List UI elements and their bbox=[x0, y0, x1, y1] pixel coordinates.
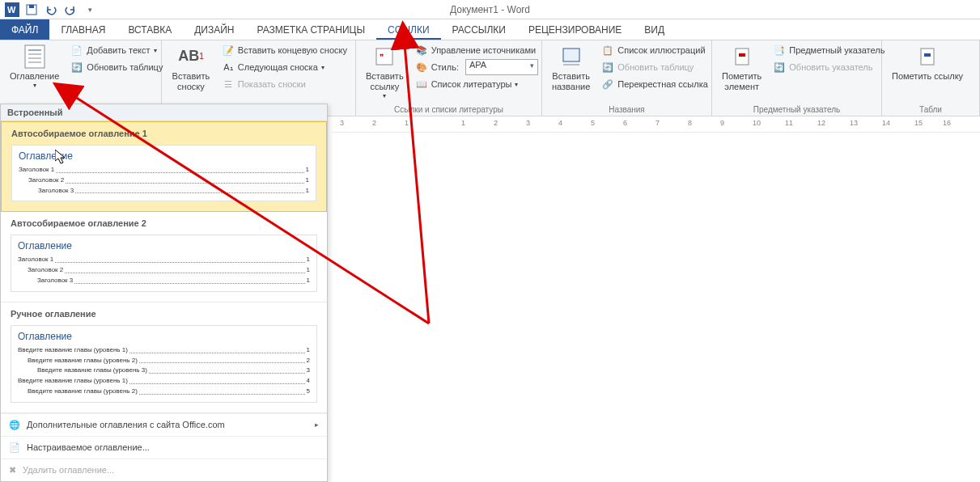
toc-icon bbox=[22, 44, 48, 70]
remove-label: Удалить оглавление... bbox=[23, 465, 114, 475]
word-app-icon[interactable]: W bbox=[3, 1, 21, 19]
undo-icon[interactable] bbox=[42, 1, 60, 19]
tab-view[interactable]: ВИД bbox=[633, 19, 676, 40]
tof-label: Список иллюстраций bbox=[617, 45, 705, 55]
gallery-footer: 🌐Дополнительные оглавления с сайта Offic… bbox=[1, 413, 327, 481]
caption-icon bbox=[558, 44, 584, 70]
tab-file[interactable]: ФАЙЛ bbox=[0, 19, 49, 40]
index-icon: 📑 bbox=[773, 44, 786, 57]
chevron-down-icon: ▾ bbox=[33, 82, 36, 90]
toc-manual-item[interactable]: Ручное оглавление Оглавление Введите наз… bbox=[1, 302, 327, 413]
footnote-icon: AB1 bbox=[178, 44, 204, 70]
svg-text:W: W bbox=[7, 5, 16, 15]
horizontal-ruler[interactable]: 3 2 1 1 2 3 4 5 6 7 8 9 10 11 12 13 14 1… bbox=[332, 116, 980, 133]
endnote-icon: 📝 bbox=[222, 44, 235, 57]
toc-button[interactable]: Оглавление ▾ bbox=[5, 42, 64, 91]
citation-icon: ❞ bbox=[371, 44, 397, 70]
toc-auto2-title: Автособираемое оглавление 2 bbox=[11, 218, 317, 228]
tab-insert[interactable]: ВСТАВКА bbox=[117, 19, 183, 40]
insert-endnote-button[interactable]: 📝Вставить концевую сноску bbox=[218, 42, 350, 58]
tab-layout[interactable]: РАЗМЕТКА СТРАНИЦЫ bbox=[246, 19, 377, 40]
insert-footnote-button[interactable]: AB1 Вставить сноску bbox=[167, 42, 215, 94]
mark-citation-button[interactable]: Пометить ссылку bbox=[887, 42, 968, 83]
next-footnote-button[interactable]: A₁Следующая сноска▾ bbox=[218, 59, 350, 75]
style-label: 🎨Стиль: bbox=[412, 59, 462, 75]
tab-review[interactable]: РЕЦЕНЗИРОВАНИЕ bbox=[517, 19, 633, 40]
qat-customize-icon[interactable]: ▾ bbox=[81, 1, 99, 19]
bibliography-button[interactable]: 📖Список литературы▾ bbox=[412, 76, 539, 92]
style-value: APA bbox=[469, 60, 486, 70]
insert-caption-button[interactable]: Вставить название bbox=[547, 42, 595, 94]
insert-footnote-label: Вставить сноску bbox=[172, 71, 210, 92]
citation-label: Вставить ссылку bbox=[366, 71, 404, 92]
tof-icon: 📋 bbox=[601, 44, 614, 57]
toc-auto2-item[interactable]: Автособираемое оглавление 2 Оглавление З… bbox=[1, 212, 327, 302]
svg-rect-16 bbox=[924, 53, 931, 57]
redo-icon[interactable] bbox=[62, 1, 79, 19]
update-index-button[interactable]: 🔄Обновить указатель bbox=[770, 59, 888, 75]
svg-rect-9 bbox=[376, 49, 392, 65]
update-tof-label: Обновить таблицу bbox=[617, 62, 694, 72]
tab-mailings[interactable]: РАССЫЛКИ bbox=[441, 19, 517, 40]
remove-icon: ✖ bbox=[9, 465, 16, 476]
toc-manual-title: Ручное оглавление bbox=[11, 309, 317, 319]
captions-group-label: Названия bbox=[542, 105, 711, 114]
custom-toc-button[interactable]: 📄Настраиваемое оглавление... bbox=[1, 436, 327, 459]
show-notes-button[interactable]: ☰Показать сноски bbox=[218, 76, 350, 92]
save-icon[interactable] bbox=[23, 1, 40, 19]
show-notes-icon: ☰ bbox=[222, 78, 235, 91]
crossref-label: Перекрестная ссылка bbox=[617, 79, 708, 89]
toc-gallery: Встроенный Автособираемое оглавление 1 О… bbox=[0, 104, 328, 482]
custom-label: Настраиваемое оглавление... bbox=[27, 442, 150, 452]
update-table-label: Обновить таблицу bbox=[87, 62, 163, 72]
update-table-button[interactable]: 🔄Обновить таблицу bbox=[67, 59, 166, 75]
toc-auto1-item[interactable]: Автособираемое оглавление 1 Оглавление З… bbox=[1, 121, 327, 212]
add-text-button[interactable]: 📄Добавить текст▾ bbox=[67, 42, 166, 58]
tab-design[interactable]: ДИЗАЙН bbox=[183, 19, 245, 40]
update-tof-button[interactable]: 🔄Обновить таблицу bbox=[598, 59, 711, 75]
sources-label: Управление источниками bbox=[431, 45, 536, 55]
citation-style-select[interactable]: APA bbox=[465, 59, 538, 75]
tab-home[interactable]: ГЛАВНАЯ bbox=[49, 19, 117, 40]
show-notes-label: Показать сноски bbox=[238, 79, 306, 89]
index-label: Предметный указатель bbox=[789, 45, 885, 55]
add-text-icon: 📄 bbox=[70, 44, 83, 57]
svg-rect-3 bbox=[29, 5, 34, 8]
mouse-cursor-icon bbox=[55, 150, 68, 166]
next-footnote-label: Следующая сноска bbox=[238, 62, 318, 72]
more-label: Дополнительные оглавления с сайта Office… bbox=[27, 420, 225, 429]
toc-auto1-title: Автособираемое оглавление 1 bbox=[11, 129, 316, 138]
gallery-section-builtin: Встроенный bbox=[1, 104, 327, 121]
toc-auto2-preview: Оглавление Заголовок 11 Заголовок 21 Заг… bbox=[11, 235, 317, 291]
document-area[interactable] bbox=[332, 133, 980, 482]
index-group-label: Предметный указатель bbox=[712, 105, 881, 114]
cross-reference-button[interactable]: 🔗Перекрестная ссылка bbox=[598, 76, 711, 92]
svg-rect-11 bbox=[563, 49, 579, 61]
manage-sources-button[interactable]: 📚Управление источниками bbox=[412, 42, 539, 58]
tab-references[interactable]: ССЫЛКИ bbox=[376, 19, 440, 40]
globe-icon: 🌐 bbox=[9, 420, 20, 430]
insert-citation-button[interactable]: ❞ Вставить ссылку▾ bbox=[361, 42, 409, 102]
chevron-right-icon: ▸ bbox=[315, 421, 319, 429]
svg-text:❞: ❞ bbox=[380, 53, 384, 61]
table-of-figures-button[interactable]: 📋Список иллюстраций bbox=[598, 42, 711, 58]
mark-entry-icon bbox=[729, 44, 755, 70]
next-footnote-icon: A₁ bbox=[222, 61, 235, 74]
svg-rect-14 bbox=[739, 53, 745, 57]
endnote-label: Вставить концевую сноску bbox=[238, 45, 347, 55]
svg-rect-4 bbox=[25, 45, 45, 68]
mark-entry-button[interactable]: Пометить элемент bbox=[717, 42, 766, 94]
more-toc-online-button[interactable]: 🌐Дополнительные оглавления с сайта Offic… bbox=[1, 413, 327, 436]
sources-icon: 📚 bbox=[415, 44, 428, 57]
mark-citation-label: Пометить ссылку bbox=[892, 71, 963, 82]
update-index-icon: 🔄 bbox=[773, 61, 786, 74]
toc-label: Оглавление bbox=[10, 71, 59, 82]
mark-citation-icon bbox=[914, 44, 940, 70]
style-icon: 🎨 bbox=[415, 61, 428, 74]
custom-toc-icon: 📄 bbox=[9, 442, 20, 453]
update-index-label: Обновить указатель bbox=[789, 62, 872, 72]
insert-index-button[interactable]: 📑Предметный указатель bbox=[770, 42, 888, 58]
toa-group-label: Табли bbox=[882, 105, 979, 114]
crossref-icon: 🔗 bbox=[601, 78, 614, 91]
quick-access-toolbar: W ▾ Документ1 - Word bbox=[0, 0, 980, 19]
